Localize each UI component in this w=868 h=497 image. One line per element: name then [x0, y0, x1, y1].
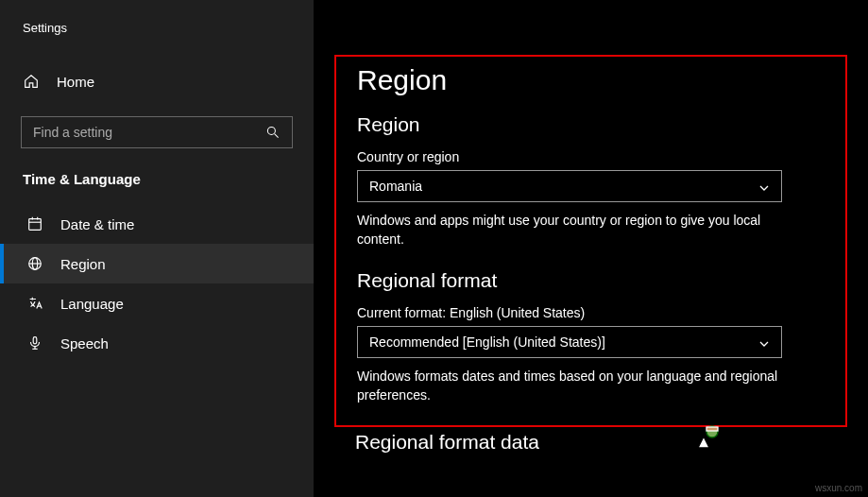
- watermark: wsxun.com: [815, 483, 862, 493]
- svg-line-1: [275, 134, 279, 138]
- nav-item-region[interactable]: Region: [0, 244, 314, 283]
- country-label: Country or region: [357, 149, 825, 164]
- chevron-down-icon: [758, 336, 770, 348]
- nav-label: Region: [60, 256, 106, 272]
- search-input[interactable]: [33, 125, 265, 140]
- svg-rect-2: [29, 219, 42, 231]
- search-icon: [265, 125, 281, 140]
- nav-item-speech[interactable]: Speech: [0, 323, 314, 363]
- page-title: Region: [357, 64, 825, 96]
- format-data-heading: Regional format data: [355, 431, 864, 454]
- sidebar: Settings Home Time & Language Date & tim…: [0, 0, 314, 497]
- home-button[interactable]: Home: [0, 63, 314, 99]
- globe-icon: [26, 255, 43, 272]
- format-help: Windows formats dates and times based on…: [357, 368, 782, 404]
- search-box[interactable]: [21, 116, 293, 148]
- nav-label: Date & time: [60, 216, 134, 232]
- current-format-label: Current format: English (United States): [357, 305, 825, 320]
- home-icon: [23, 73, 40, 90]
- nav-label: Speech: [60, 335, 109, 351]
- microphone-icon: [26, 334, 43, 351]
- nav-item-date-time[interactable]: Date & time: [0, 204, 314, 244]
- clock-icon: [26, 215, 43, 232]
- format-value: Recommended [English (United States)]: [369, 334, 605, 350]
- language-icon: [26, 295, 43, 312]
- chevron-down-icon: [758, 180, 770, 192]
- svg-rect-9: [33, 337, 37, 344]
- svg-point-0: [267, 127, 275, 134]
- region-heading: Region: [357, 113, 825, 136]
- regional-format-heading: Regional format: [357, 269, 825, 292]
- country-dropdown[interactable]: Romania: [357, 170, 782, 202]
- format-dropdown[interactable]: Recommended [English (United States)]: [357, 326, 782, 358]
- country-help: Windows and apps might use your country …: [357, 212, 782, 248]
- nav-label: Language: [60, 296, 124, 312]
- highlight-box: Region Region Country or region Romania …: [334, 55, 847, 427]
- section-title: Time & Language: [0, 171, 314, 204]
- content-area: Region Region Country or region Romania …: [314, 0, 868, 497]
- nav-item-language[interactable]: Language: [0, 283, 314, 323]
- country-value: Romania: [369, 179, 422, 194]
- home-label: Home: [57, 74, 94, 90]
- app-title: Settings: [0, 21, 314, 63]
